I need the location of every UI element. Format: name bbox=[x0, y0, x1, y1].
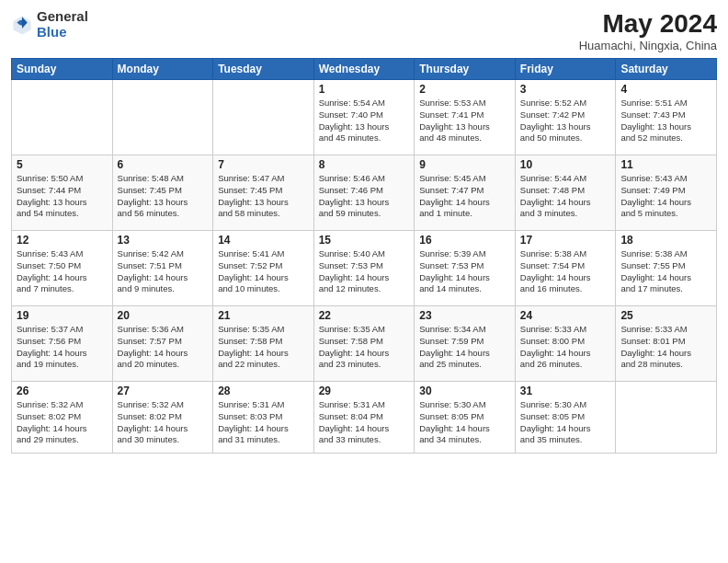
calendar-table: Sunday Monday Tuesday Wednesday Thursday… bbox=[11, 58, 717, 454]
calendar-cell: 10Sunrise: 5:44 AM Sunset: 7:48 PM Dayli… bbox=[515, 155, 616, 231]
col-monday: Monday bbox=[112, 59, 213, 80]
day-number: 21 bbox=[218, 309, 309, 322]
day-number: 16 bbox=[419, 234, 510, 247]
day-info: Sunrise: 5:36 AM Sunset: 7:57 PM Dayligh… bbox=[118, 324, 209, 371]
day-info: Sunrise: 5:52 AM Sunset: 7:42 PM Dayligh… bbox=[520, 98, 611, 144]
day-info: Sunrise: 5:31 AM Sunset: 8:03 PM Dayligh… bbox=[218, 399, 309, 446]
day-number: 14 bbox=[218, 234, 309, 247]
calendar-cell: 24Sunrise: 5:33 AM Sunset: 8:00 PM Dayli… bbox=[515, 306, 616, 382]
day-info: Sunrise: 5:33 AM Sunset: 8:01 PM Dayligh… bbox=[620, 324, 711, 371]
day-info: Sunrise: 5:32 AM Sunset: 8:02 PM Dayligh… bbox=[17, 399, 108, 446]
day-info: Sunrise: 5:31 AM Sunset: 8:04 PM Dayligh… bbox=[319, 399, 410, 446]
calendar-cell: 2Sunrise: 5:53 AM Sunset: 7:41 PM Daylig… bbox=[415, 80, 516, 155]
day-info: Sunrise: 5:32 AM Sunset: 8:02 PM Dayligh… bbox=[118, 399, 209, 446]
col-friday: Friday bbox=[515, 59, 616, 80]
calendar-cell: 12Sunrise: 5:43 AM Sunset: 7:50 PM Dayli… bbox=[12, 231, 113, 306]
calendar-row-3: 12Sunrise: 5:43 AM Sunset: 7:50 PM Dayli… bbox=[12, 231, 717, 306]
calendar-cell: 27Sunrise: 5:32 AM Sunset: 8:02 PM Dayli… bbox=[112, 382, 213, 454]
day-number: 20 bbox=[118, 309, 209, 322]
day-info: Sunrise: 5:34 AM Sunset: 7:59 PM Dayligh… bbox=[419, 324, 510, 371]
day-info: Sunrise: 5:53 AM Sunset: 7:41 PM Dayligh… bbox=[419, 98, 510, 144]
day-info: Sunrise: 5:30 AM Sunset: 8:05 PM Dayligh… bbox=[419, 399, 510, 446]
calendar-cell bbox=[112, 80, 213, 155]
header: General Blue May 2024 Huamachi, Ningxia,… bbox=[11, 9, 717, 52]
calendar-cell: 30Sunrise: 5:30 AM Sunset: 8:05 PM Dayli… bbox=[415, 382, 516, 454]
calendar-cell: 7Sunrise: 5:47 AM Sunset: 7:45 PM Daylig… bbox=[213, 155, 314, 231]
calendar-cell: 21Sunrise: 5:35 AM Sunset: 7:58 PM Dayli… bbox=[213, 306, 314, 382]
day-number: 28 bbox=[218, 385, 309, 397]
day-info: Sunrise: 5:43 AM Sunset: 7:49 PM Dayligh… bbox=[620, 173, 711, 220]
calendar-cell bbox=[213, 80, 314, 155]
day-number: 27 bbox=[118, 385, 209, 397]
calendar-cell: 16Sunrise: 5:39 AM Sunset: 7:53 PM Dayli… bbox=[415, 231, 516, 306]
day-number: 10 bbox=[520, 158, 611, 171]
day-info: Sunrise: 5:35 AM Sunset: 7:58 PM Dayligh… bbox=[218, 324, 309, 371]
calendar-cell: 23Sunrise: 5:34 AM Sunset: 7:59 PM Dayli… bbox=[415, 306, 516, 382]
calendar-cell: 14Sunrise: 5:41 AM Sunset: 7:52 PM Dayli… bbox=[213, 231, 314, 306]
calendar-cell: 18Sunrise: 5:38 AM Sunset: 7:55 PM Dayli… bbox=[616, 231, 717, 306]
calendar-cell: 4Sunrise: 5:51 AM Sunset: 7:43 PM Daylig… bbox=[616, 80, 717, 155]
day-number: 13 bbox=[118, 234, 209, 247]
calendar-cell bbox=[12, 80, 113, 155]
day-number: 25 bbox=[620, 309, 711, 322]
logo: General Blue bbox=[11, 9, 88, 40]
day-number: 8 bbox=[319, 158, 410, 171]
day-number: 11 bbox=[620, 158, 711, 171]
day-number: 24 bbox=[520, 309, 611, 322]
day-info: Sunrise: 5:39 AM Sunset: 7:53 PM Dayligh… bbox=[419, 248, 510, 295]
day-info: Sunrise: 5:40 AM Sunset: 7:53 PM Dayligh… bbox=[319, 248, 410, 295]
calendar-cell: 28Sunrise: 5:31 AM Sunset: 8:03 PM Dayli… bbox=[213, 382, 314, 454]
day-number: 18 bbox=[620, 234, 711, 247]
calendar-row-5: 26Sunrise: 5:32 AM Sunset: 8:02 PM Dayli… bbox=[12, 382, 717, 454]
day-info: Sunrise: 5:45 AM Sunset: 7:47 PM Dayligh… bbox=[419, 173, 510, 220]
day-info: Sunrise: 5:38 AM Sunset: 7:54 PM Dayligh… bbox=[520, 248, 611, 295]
day-number: 1 bbox=[319, 83, 410, 96]
calendar-cell: 25Sunrise: 5:33 AM Sunset: 8:01 PM Dayli… bbox=[616, 306, 717, 382]
day-number: 2 bbox=[419, 83, 510, 96]
day-number: 15 bbox=[319, 234, 410, 247]
logo-icon bbox=[11, 14, 33, 36]
day-info: Sunrise: 5:43 AM Sunset: 7:50 PM Dayligh… bbox=[17, 248, 108, 295]
day-number: 6 bbox=[118, 158, 209, 171]
day-number: 7 bbox=[218, 158, 309, 171]
col-sunday: Sunday bbox=[12, 59, 113, 80]
calendar-cell: 5Sunrise: 5:50 AM Sunset: 7:44 PM Daylig… bbox=[12, 155, 113, 231]
calendar-cell: 13Sunrise: 5:42 AM Sunset: 7:51 PM Dayli… bbox=[112, 231, 213, 306]
calendar-cell: 20Sunrise: 5:36 AM Sunset: 7:57 PM Dayli… bbox=[112, 306, 213, 382]
calendar-cell: 22Sunrise: 5:35 AM Sunset: 7:58 PM Dayli… bbox=[313, 306, 415, 382]
calendar-header-row: Sunday Monday Tuesday Wednesday Thursday… bbox=[12, 59, 717, 80]
day-info: Sunrise: 5:51 AM Sunset: 7:43 PM Dayligh… bbox=[620, 98, 711, 144]
logo-text: General Blue bbox=[37, 9, 88, 40]
location: Huamachi, Ningxia, China bbox=[579, 39, 717, 52]
day-info: Sunrise: 5:37 AM Sunset: 7:56 PM Dayligh… bbox=[17, 324, 108, 371]
month-title: May 2024 bbox=[579, 9, 717, 39]
calendar-cell: 26Sunrise: 5:32 AM Sunset: 8:02 PM Dayli… bbox=[12, 382, 113, 454]
logo-blue: Blue bbox=[37, 24, 67, 40]
calendar-cell: 6Sunrise: 5:48 AM Sunset: 7:45 PM Daylig… bbox=[112, 155, 213, 231]
calendar-cell: 29Sunrise: 5:31 AM Sunset: 8:04 PM Dayli… bbox=[313, 382, 415, 454]
day-number: 31 bbox=[520, 385, 611, 397]
day-info: Sunrise: 5:47 AM Sunset: 7:45 PM Dayligh… bbox=[218, 173, 309, 220]
day-number: 23 bbox=[419, 309, 510, 322]
day-info: Sunrise: 5:30 AM Sunset: 8:05 PM Dayligh… bbox=[520, 399, 611, 446]
col-wednesday: Wednesday bbox=[313, 59, 415, 80]
day-number: 5 bbox=[17, 158, 108, 171]
calendar-cell: 11Sunrise: 5:43 AM Sunset: 7:49 PM Dayli… bbox=[616, 155, 717, 231]
day-number: 30 bbox=[419, 385, 510, 397]
day-number: 9 bbox=[419, 158, 510, 171]
day-number: 12 bbox=[17, 234, 108, 247]
day-number: 22 bbox=[319, 309, 410, 322]
calendar-cell: 15Sunrise: 5:40 AM Sunset: 7:53 PM Dayli… bbox=[313, 231, 415, 306]
calendar-page: General Blue May 2024 Huamachi, Ningxia,… bbox=[0, 0, 728, 563]
day-info: Sunrise: 5:48 AM Sunset: 7:45 PM Dayligh… bbox=[118, 173, 209, 220]
day-info: Sunrise: 5:50 AM Sunset: 7:44 PM Dayligh… bbox=[17, 173, 108, 220]
calendar-row-1: 1Sunrise: 5:54 AM Sunset: 7:40 PM Daylig… bbox=[12, 80, 717, 155]
calendar-cell: 19Sunrise: 5:37 AM Sunset: 7:56 PM Dayli… bbox=[12, 306, 113, 382]
col-thursday: Thursday bbox=[415, 59, 516, 80]
day-number: 3 bbox=[520, 83, 611, 96]
calendar-cell: 31Sunrise: 5:30 AM Sunset: 8:05 PM Dayli… bbox=[515, 382, 616, 454]
day-number: 4 bbox=[620, 83, 711, 96]
day-info: Sunrise: 5:46 AM Sunset: 7:46 PM Dayligh… bbox=[319, 173, 410, 220]
day-number: 17 bbox=[520, 234, 611, 247]
day-info: Sunrise: 5:42 AM Sunset: 7:51 PM Dayligh… bbox=[118, 248, 209, 295]
